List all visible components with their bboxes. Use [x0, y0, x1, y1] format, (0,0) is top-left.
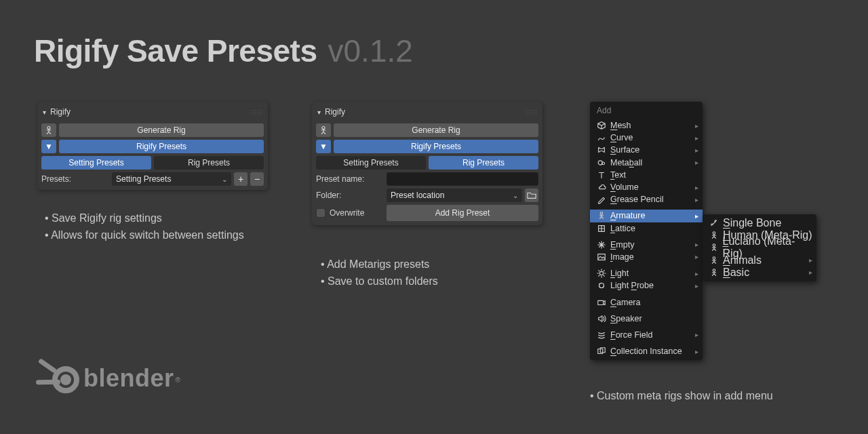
image-icon	[595, 252, 608, 262]
menu-item-basic[interactable]: Basic▸	[703, 267, 816, 279]
curve-icon	[595, 133, 608, 142]
speaker-icon	[595, 314, 608, 323]
menu-item-label: Collection Instance	[610, 347, 682, 356]
menu-item-speaker[interactable]: Speaker	[590, 313, 703, 325]
menu-item-lattice[interactable]: Lattice	[590, 222, 703, 235]
armature-icon[interactable]	[316, 123, 331, 137]
menu-item-single-bone[interactable]: Single Bone	[703, 217, 816, 229]
blender-logo-icon	[37, 359, 79, 397]
disclosure-triangle-icon[interactable]: ▼	[41, 140, 56, 153]
page-title: Rigify Save Presets	[34, 33, 317, 69]
menu-item-label: Text	[610, 170, 626, 180]
menu-item-label: Surface	[610, 145, 639, 155]
light-icon	[595, 269, 608, 278]
menu-item-label: Single Bone	[723, 217, 781, 229]
submenu-arrow-icon: ▸	[695, 241, 698, 248]
drag-grip-icon[interactable]	[250, 109, 262, 115]
add-preset-button[interactable]: +	[234, 172, 248, 186]
tab-setting-presets[interactable]: Setting Presets	[316, 156, 426, 170]
menu-item-armature[interactable]: Armature▸	[590, 210, 703, 222]
disclosure-triangle-icon[interactable]: ▼	[316, 140, 331, 153]
menu-item-empty[interactable]: Empty▸	[590, 239, 703, 251]
submenu-arrow-icon: ▸	[695, 331, 698, 338]
rigify-presets-button[interactable]: Rigify Presets	[334, 140, 538, 153]
rigify-panel-rig: ▾ Rigify Generate Rig ▼ Rigify Presets S…	[312, 102, 542, 225]
menu-item-collection-instance[interactable]: Collection Instance▸	[590, 345, 703, 357]
folder-dropdown[interactable]: Preset location⌄	[387, 189, 522, 202]
menu-item-curve[interactable]: Curve▸	[590, 132, 703, 144]
generate-rig-button[interactable]: Generate Rig	[334, 123, 538, 137]
blender-logo: blender®	[37, 359, 180, 397]
empty-icon	[595, 240, 608, 250]
presets-dropdown[interactable]: Setting Presets⌄	[112, 172, 231, 186]
tab-rig-presets[interactable]: Rig Presets	[154, 156, 264, 170]
menu-item-light[interactable]: Light▸	[590, 267, 703, 279]
animals-icon	[708, 256, 720, 265]
add-rig-preset-button[interactable]: Add Rig Preset	[387, 205, 538, 221]
human-meta-rig--icon	[708, 231, 720, 240]
panel-title: Rigify	[50, 107, 71, 117]
submenu-arrow-icon: ▸	[695, 348, 698, 355]
browse-folder-button[interactable]	[525, 189, 538, 202]
generate-rig-button[interactable]: Generate Rig	[59, 123, 264, 137]
mesh-icon	[595, 121, 608, 130]
menu-item-metaball[interactable]: Metaball▸	[590, 157, 703, 169]
menu-item-label: Light Probe	[610, 281, 654, 290]
svg-rect-5	[598, 254, 606, 260]
submenu-arrow-icon: ▸	[695, 184, 698, 191]
menu-item-force-field[interactable]: Force Field▸	[590, 329, 703, 341]
submenu-arrow-icon: ▸	[695, 212, 698, 220]
menu-item-grease-pencil[interactable]: Grease Pencil▸	[590, 193, 703, 205]
submenu-arrow-icon: ▸	[809, 269, 812, 276]
camera-icon	[595, 298, 608, 307]
overwrite-checkbox[interactable]	[316, 208, 326, 218]
menu-item-camera[interactable]: Camera	[590, 296, 703, 308]
armature-icon	[595, 211, 608, 220]
preset-name-label: Preset name:	[316, 172, 384, 186]
menu-item-mesh[interactable]: Mesh▸	[590, 119, 703, 132]
remove-preset-button[interactable]: −	[250, 172, 264, 186]
menu-item-label: Metaball	[610, 158, 642, 167]
submenu-arrow-icon: ▸	[695, 159, 698, 166]
tab-setting-presets[interactable]: Setting Presets	[41, 156, 151, 170]
basic-icon	[708, 268, 720, 277]
menu-item-luciano-meta-rig-[interactable]: Luciano (Meta-Rig)	[703, 241, 816, 254]
menu-item-label: Lattice	[610, 224, 635, 233]
menu-item-text[interactable]: Text	[590, 169, 703, 181]
volume-icon	[595, 182, 608, 192]
menu-item-label: Curve	[610, 133, 633, 142]
menu-item-label: Basic	[723, 267, 749, 279]
menu-item-animals[interactable]: Animals▸	[703, 254, 816, 267]
menu-item-surface[interactable]: Surface▸	[590, 144, 703, 156]
drag-grip-icon[interactable]	[525, 109, 537, 115]
menu-item-image[interactable]: Image▸	[590, 251, 703, 263]
menu-item-volume[interactable]: Volume▸	[590, 181, 703, 193]
panel2-bullets: Add Metarigs presets Save to custom fold…	[321, 256, 438, 290]
menu-item-light-probe[interactable]: Light Probe▸	[590, 279, 703, 292]
collection-instance-icon	[595, 347, 608, 356]
menu-item-label: Animals	[723, 254, 762, 267]
overwrite-label: Overwrite	[330, 208, 364, 218]
chevron-down-icon[interactable]: ▾	[43, 108, 46, 116]
tab-rig-presets[interactable]: Rig Presets	[429, 156, 538, 170]
rigify-presets-button[interactable]: Rigify Presets	[59, 140, 264, 153]
menu-item-label: Speaker	[610, 314, 642, 323]
single-bone-icon	[708, 218, 720, 228]
submenu-arrow-icon: ▸	[695, 134, 698, 142]
menu-item-label: Camera	[610, 298, 640, 307]
submenu-arrow-icon: ▸	[695, 146, 698, 154]
luciano-meta-rig--icon	[708, 243, 720, 252]
light-probe-icon	[595, 281, 608, 290]
preset-name-input[interactable]	[387, 172, 538, 186]
menu-item-label: Grease Pencil	[610, 195, 664, 204]
chevron-down-icon[interactable]: ▾	[317, 108, 321, 116]
menu-item-label: Armature	[610, 211, 645, 220]
svg-point-6	[599, 272, 603, 275]
menu-item-label: Empty	[610, 240, 634, 250]
page-version: v0.1.2	[328, 33, 413, 69]
folder-label: Folder:	[316, 189, 384, 202]
menu-item-label: Image	[610, 252, 634, 262]
addmenu-note: Custom meta rigs show in add menu	[590, 390, 773, 402]
submenu-arrow-icon: ▸	[695, 270, 698, 277]
armature-icon[interactable]	[41, 123, 56, 137]
